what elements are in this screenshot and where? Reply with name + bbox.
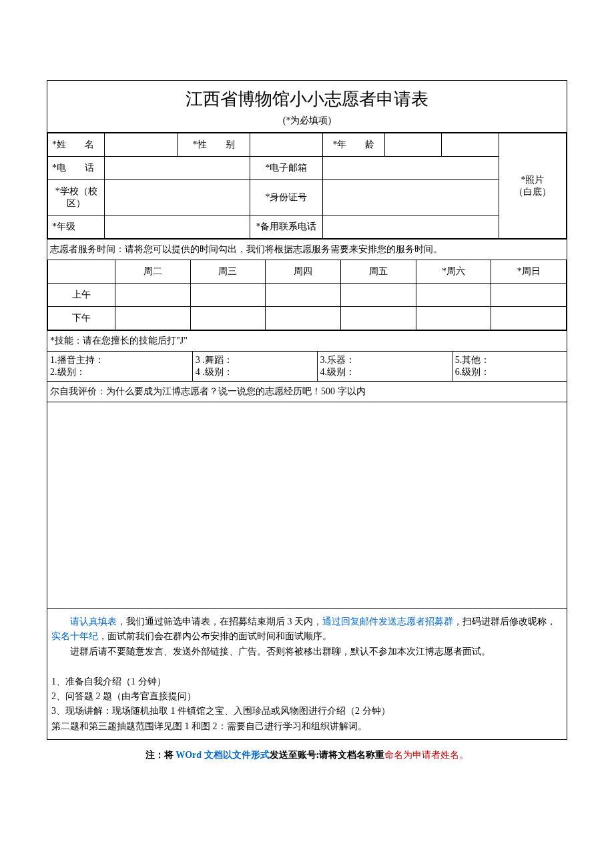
label-age: *年 龄 bbox=[322, 133, 384, 157]
cell-sat-pm[interactable] bbox=[416, 307, 491, 330]
footer-note: 注：将 WOrd 文档以文件形式发送至账号:请将文档名称重命名为申请者姓名。 bbox=[47, 740, 567, 771]
skill-col-1[interactable]: 1.播音主持： 2.级别： bbox=[47, 352, 193, 381]
notice-p1-blue2: 通过回复邮件发送志愿者招募群 bbox=[322, 616, 453, 626]
skill-dance-level: 4 .级别： bbox=[196, 366, 314, 378]
cell-sun-pm[interactable] bbox=[491, 307, 567, 330]
cell-tue-pm[interactable] bbox=[115, 307, 191, 330]
skill-broadcast-level: 2.级别： bbox=[50, 366, 190, 378]
schedule-blank bbox=[48, 260, 115, 284]
day-sun: *周日 bbox=[491, 260, 567, 284]
notice-p1-t3: ，面试前我们会在群内公布安排的面试时间和面试顺序。 bbox=[98, 631, 332, 641]
label-email: *电子邮箱 bbox=[250, 157, 323, 180]
skill-col-2[interactable]: 3 .舞蹈： 4 .级别： bbox=[193, 352, 318, 381]
form-subtitle: (*为必填项) bbox=[47, 115, 567, 133]
photo-cell[interactable]: *照片 （白底） bbox=[499, 133, 566, 239]
notice-p1-blue3: 实名十年纪 bbox=[51, 631, 98, 641]
self-eval-header: 尔自我评价：为什么要成为江博志愿者？说一说您的志愿经历吧！500 字以内 bbox=[47, 381, 567, 402]
notice-l2: 2、问答题 2 题（由考官直接提问） bbox=[51, 689, 563, 704]
period-pm: 下午 bbox=[48, 307, 115, 330]
footer-a: 注：将 bbox=[145, 750, 176, 760]
form-title: 江西省博物馆小小志愿者申请表 bbox=[47, 81, 567, 115]
skill-instrument: 3.乐器： bbox=[320, 354, 449, 366]
skill-other-level: 6.级别： bbox=[455, 366, 564, 378]
cell-thu-am[interactable] bbox=[266, 284, 341, 307]
field-name[interactable] bbox=[105, 133, 178, 157]
notice-l3: 3、现场讲解：现场随机抽取 1 件镇馆之宝、入围珍品或风物图进行介绍（2 分钟） bbox=[51, 704, 563, 719]
day-tue: 周二 bbox=[115, 260, 191, 284]
self-eval-textarea[interactable] bbox=[47, 402, 567, 608]
field-altphone[interactable] bbox=[322, 215, 499, 239]
label-photo: *照片 bbox=[503, 174, 562, 186]
field-phone[interactable] bbox=[105, 157, 250, 180]
personal-info-table: *姓 名 *性 别 *年 龄 *照片 （白底） *电 话 *电子邮箱 *学校（校… bbox=[47, 133, 567, 239]
skill-dance: 3 .舞蹈： bbox=[196, 354, 314, 366]
skill-col-4[interactable]: 5.其他： 6.级别： bbox=[452, 352, 567, 381]
notice-p2: 进群后请不要随意发言、发送外部链接、广告。否则将被移出群聊，默认不参加本次江博志… bbox=[51, 644, 563, 659]
application-form: 江西省博物馆小小志愿者申请表 (*为必填项) *姓 名 *性 别 *年 龄 *照… bbox=[47, 80, 567, 740]
skill-col-3[interactable]: 3.乐器： 4.级别： bbox=[318, 352, 452, 381]
label-grade: *年级 bbox=[48, 215, 105, 239]
label-school: *学校（校区） bbox=[48, 180, 105, 215]
skill-broadcast: 1.播音主持： bbox=[50, 354, 190, 366]
cell-tue-am[interactable] bbox=[115, 284, 191, 307]
schedule-table: 周二 周三 周四 周五 *周六 *周日 上午 下午 bbox=[47, 260, 567, 330]
day-sat: *周六 bbox=[416, 260, 491, 284]
field-email[interactable] bbox=[322, 157, 499, 180]
skill-instrument-level: 4.级别： bbox=[320, 366, 449, 378]
notice-p1-t2: ，扫码进群后修改昵称， bbox=[453, 616, 556, 626]
label-gender: *性 别 bbox=[178, 133, 250, 157]
field-idcard[interactable] bbox=[322, 180, 499, 215]
cell-sun-am[interactable] bbox=[491, 284, 567, 307]
field-age-extra bbox=[442, 133, 499, 157]
notice-l4: 第二题和第三题抽题范围详见图 1 和图 2：需要自己进行学习和组织讲解词。 bbox=[51, 719, 563, 734]
skills-row: 1.播音主持： 2.级别： 3 .舞蹈： 4 .级别： 3.乐器： 4.级别： … bbox=[47, 351, 567, 381]
notice-p1-blue1: 请认真填表 bbox=[70, 616, 117, 626]
notice-p1-t1: ，我们通过筛选申请表，在招募结束期后 3 天内， bbox=[117, 616, 322, 626]
notice-section: 请认真填表，我们通过筛选申请表，在招募结束期后 3 天内，通过回复邮件发送志愿者… bbox=[47, 608, 567, 739]
notice-p1: 请认真填表，我们通过筛选申请表，在招募结束期后 3 天内，通过回复邮件发送志愿者… bbox=[51, 614, 563, 644]
field-gender[interactable] bbox=[250, 133, 323, 157]
label-photo-hint: （白底） bbox=[503, 186, 562, 198]
day-fri: 周五 bbox=[340, 260, 416, 284]
cell-fri-am[interactable] bbox=[340, 284, 416, 307]
label-altphone: *备用联系电话 bbox=[250, 215, 323, 239]
field-age[interactable] bbox=[385, 133, 442, 157]
field-grade[interactable] bbox=[105, 215, 250, 239]
field-school[interactable] bbox=[105, 180, 250, 215]
cell-thu-pm[interactable] bbox=[266, 307, 341, 330]
footer-d: 命名为申请者姓名。 bbox=[384, 750, 469, 760]
skill-other: 5.其他： bbox=[455, 354, 564, 366]
cell-wed-pm[interactable] bbox=[190, 307, 266, 330]
skills-header: *技能：请在您擅长的技能后打"J" bbox=[47, 330, 567, 351]
label-name: *姓 名 bbox=[48, 133, 105, 157]
cell-fri-pm[interactable] bbox=[340, 307, 416, 330]
cell-wed-am[interactable] bbox=[190, 284, 266, 307]
cell-sat-am[interactable] bbox=[416, 284, 491, 307]
footer-c: 发送至账号:请将文档名称重 bbox=[270, 750, 385, 760]
period-am: 上午 bbox=[48, 284, 115, 307]
service-time-header: 志愿者服务时间：请将您可以提供的时间勾出，我们将根据志愿服务需要来安排您的服务时… bbox=[47, 239, 567, 260]
label-phone: *电 话 bbox=[48, 157, 105, 180]
notice-l1: 1、准备自我介绍（1 分钟） bbox=[51, 675, 563, 689]
footer-b: WOrd 文档以文件形式 bbox=[176, 750, 269, 760]
notice-p1-indent bbox=[51, 616, 70, 626]
day-wed: 周三 bbox=[190, 260, 266, 284]
day-thu: 周四 bbox=[266, 260, 341, 284]
label-idcard: *身份证号 bbox=[250, 180, 323, 215]
